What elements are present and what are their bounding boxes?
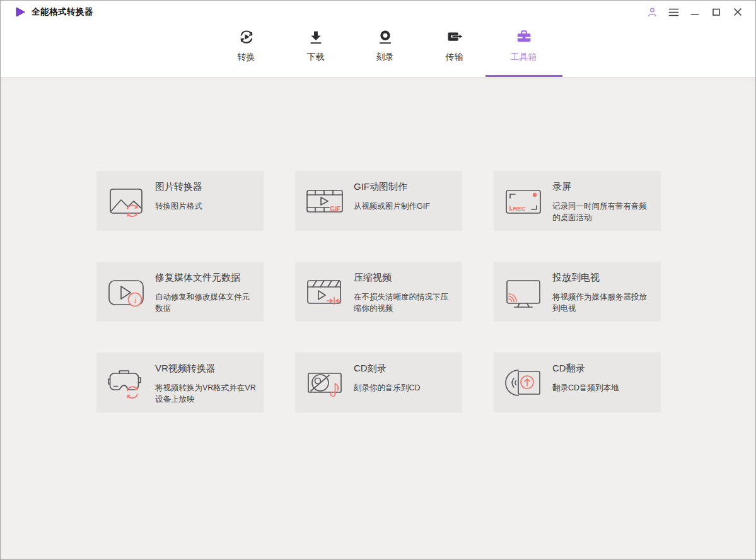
card-desc: 在不损失清晰度的情况下压缩你的视频 bbox=[354, 291, 456, 314]
convert-icon bbox=[237, 27, 256, 46]
tab-download-label: 下载 bbox=[307, 52, 325, 63]
card-desc: 将视频转换为VR格式并在VR设备上放映 bbox=[155, 382, 257, 405]
nav-tabs: 转换 下载 刻录 bbox=[223, 27, 548, 77]
titlebar-controls bbox=[646, 1, 744, 23]
title-bar: 全能格式转换器 bbox=[1, 1, 755, 23]
minimize-icon[interactable] bbox=[689, 6, 701, 18]
card-title: GIF动图制作 bbox=[354, 181, 456, 193]
app-title: 全能格式转换器 bbox=[32, 6, 93, 18]
card-title: 录屏 bbox=[552, 181, 654, 193]
card-desc: 将视频作为媒体服务器投放到电视 bbox=[552, 291, 654, 314]
screen-recorder-icon: REC bbox=[503, 181, 544, 221]
card-title: 压缩视频 bbox=[354, 272, 456, 284]
cd-rip-icon bbox=[503, 363, 544, 403]
card-title: VR视频转换器 bbox=[155, 363, 257, 375]
menu-icon[interactable] bbox=[667, 6, 680, 18]
rec-icon-text: REC bbox=[513, 204, 526, 211]
card-desc: 记录同一时间所有带有音频的桌面活动 bbox=[552, 201, 654, 223]
maximize-icon[interactable] bbox=[710, 6, 723, 18]
account-icon[interactable] bbox=[646, 6, 658, 18]
vr-converter-icon bbox=[106, 363, 146, 403]
gif-icon-text: GIF bbox=[330, 205, 341, 213]
fix-metadata-icon: i bbox=[106, 272, 146, 312]
tool-card-grid: 图片转换器 转换图片格式 GIF GIF动图制作 从视频或图片制作GIF bbox=[96, 171, 661, 412]
card-desc: 刻录你的音乐到CD bbox=[354, 382, 456, 394]
card-title: 修复媒体文件元数据 bbox=[155, 272, 257, 284]
card-image-converter[interactable]: 图片转换器 转换图片格式 bbox=[96, 171, 264, 231]
info-icon-text: i bbox=[134, 295, 137, 305]
burn-icon bbox=[377, 27, 393, 46]
tab-toolbox[interactable]: 工具箱 bbox=[500, 27, 548, 77]
tab-convert[interactable]: 转换 bbox=[223, 27, 270, 77]
card-fix-metadata[interactable]: i 修复媒体文件元数据 自动修复和修改媒体文件元数据 bbox=[96, 262, 264, 322]
download-icon bbox=[308, 27, 324, 46]
cd-burn-icon bbox=[305, 363, 345, 403]
cast-to-tv-icon bbox=[503, 272, 544, 312]
card-desc: 自动修复和修改媒体文件元数据 bbox=[155, 291, 257, 314]
app-logo-play-icon bbox=[15, 6, 26, 18]
close-icon[interactable] bbox=[731, 6, 744, 18]
compress-video-icon bbox=[305, 272, 345, 312]
nav-bar: 转换 下载 刻录 bbox=[1, 23, 755, 77]
card-cast-to-tv[interactable]: 投放到电视 将视频作为媒体服务器投放到电视 bbox=[494, 262, 661, 322]
card-cd-rip[interactable]: CD翻录 翻录CD音频到本地 bbox=[494, 353, 661, 412]
app-window: 全能格式转换器 bbox=[0, 0, 756, 560]
card-gif-maker[interactable]: GIF GIF动图制作 从视频或图片制作GIF bbox=[295, 171, 462, 231]
card-desc: 转换图片格式 bbox=[155, 201, 257, 212]
toolbox-icon bbox=[515, 27, 533, 46]
card-cd-burn[interactable]: CD刻录 刻录你的音乐到CD bbox=[295, 353, 462, 412]
gif-maker-icon: GIF bbox=[305, 181, 345, 221]
card-title: 投放到电视 bbox=[552, 272, 654, 284]
card-title: CD翻录 bbox=[552, 363, 654, 375]
card-desc: 翻录CD音频到本地 bbox=[552, 382, 654, 394]
tab-transfer[interactable]: 传输 bbox=[431, 27, 479, 77]
card-vr-converter[interactable]: VR视频转换器 将视频转换为VR格式并在VR设备上放映 bbox=[96, 353, 264, 412]
card-compress-video[interactable]: 压缩视频 在不损失清晰度的情况下压缩你的视频 bbox=[295, 262, 462, 322]
tab-transfer-label: 传输 bbox=[446, 52, 463, 63]
tab-burn-label: 刻录 bbox=[376, 52, 394, 63]
toolbox-panel: 图片转换器 转换图片格式 GIF GIF动图制作 从视频或图片制作GIF bbox=[1, 77, 755, 559]
transfer-icon bbox=[446, 27, 463, 46]
tab-toolbox-label: 工具箱 bbox=[511, 52, 537, 63]
tab-download[interactable]: 下载 bbox=[292, 27, 340, 77]
card-title: CD刻录 bbox=[354, 363, 456, 375]
tab-burn[interactable]: 刻录 bbox=[361, 27, 409, 77]
tab-convert-label: 转换 bbox=[238, 52, 255, 63]
image-converter-icon bbox=[106, 181, 146, 221]
card-title: 图片转换器 bbox=[155, 181, 257, 193]
card-desc: 从视频或图片制作GIF bbox=[354, 201, 456, 212]
card-screen-recorder[interactable]: REC 录屏 记录同一时间所有带有音频的桌面活动 bbox=[494, 171, 661, 231]
